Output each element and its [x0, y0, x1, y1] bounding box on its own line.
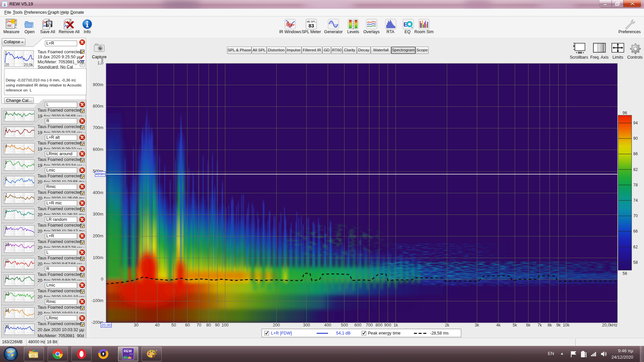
svg-text:REW: REW — [124, 349, 132, 353]
svg-text:V5.1: V5.1 — [129, 353, 133, 355]
